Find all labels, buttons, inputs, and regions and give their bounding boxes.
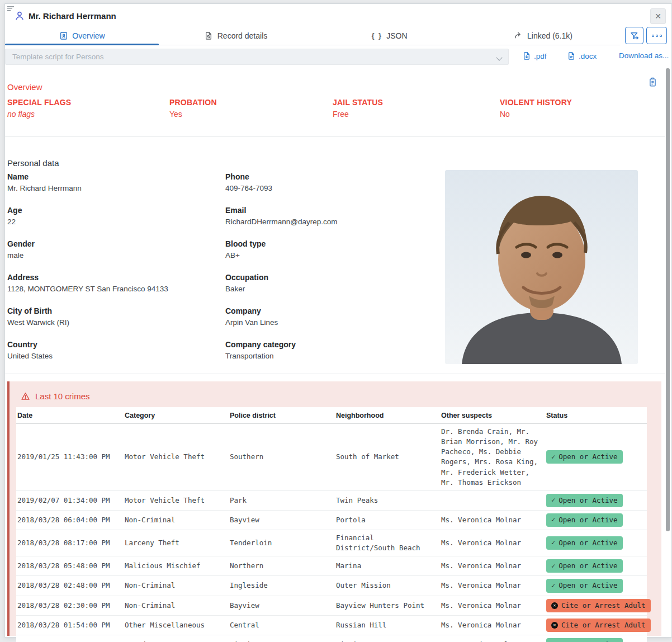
crime-cell-category: Non-Criminal [124, 596, 229, 615]
vertical-scrollbar-thumb[interactable] [666, 68, 670, 531]
crime-cell-neighborhood: Russian Hill [335, 615, 440, 635]
template-script-select[interactable]: Template script for Persons [5, 49, 509, 65]
flag-special-flags: SPECIAL FLAGSno flags [7, 98, 71, 119]
field-label: Company category [225, 339, 432, 350]
field-value: 22 [7, 217, 214, 227]
check-icon: ✓ [551, 538, 555, 547]
crime-row: 2018/03/28 05:48:00 PMMalicious Mischief… [16, 556, 647, 576]
close-button[interactable]: ✕ [650, 8, 666, 24]
document-search-icon [204, 31, 214, 40]
check-icon: ✓ [551, 561, 555, 571]
flag-value: No [500, 110, 572, 119]
field-value: RichardDHerrmann@dayrep.com [225, 217, 432, 227]
crime-row: 2018/03/28 02:48:00 PMNon-CriminalIngles… [16, 576, 647, 596]
person-icon [14, 10, 25, 21]
flag-label: JAIL STATUS [333, 98, 383, 107]
check-icon: ✓ [551, 640, 555, 642]
field-label: Gender [7, 239, 214, 249]
ellipsis-icon [652, 35, 662, 37]
template-toolbar: Template script for Persons .pdf .docx D… [5, 49, 671, 65]
tab-json[interactable]: { } JSON [313, 26, 466, 45]
field-label: Blood type [225, 239, 432, 249]
crime-cell-suspects [440, 490, 545, 510]
dialog-titlebar: Mr. Richard Herrmann ✕ [5, 4, 671, 26]
field-label: Name [7, 172, 214, 182]
crime-cell-neighborhood: Marina [335, 556, 440, 576]
status-label: Cite or Arrest Adult [561, 601, 646, 611]
crime-row: 2018/03/28 02:30:00 PMNon-CriminalBayvie… [16, 596, 647, 615]
crime-cell-neighborhood: Bayview Hunters Point [335, 596, 440, 615]
id-card-icon [59, 31, 68, 40]
crime-cell-status: ✓Open or Active [545, 556, 647, 576]
crime-cell-status: ✕Cite or Arrest Adult [545, 615, 647, 635]
field-value: Mr. Richard Herrmann [7, 183, 214, 193]
last-crimes-panel: Last 10 crimes DateCategoryPolice distri… [7, 381, 661, 636]
field-label: Email [225, 205, 432, 215]
field-occupation: OccupationBaker [225, 272, 432, 294]
docx-file-icon [567, 51, 576, 60]
template-script-placeholder: Template script for Persons [12, 53, 104, 61]
crime-cell-date: 2018/03/28 01:54:00 PM [16, 615, 124, 635]
crime-cell-status: ✓Open or Active [545, 576, 647, 596]
check-icon: ✓ [551, 581, 555, 591]
status-label: Cite or Arrest Adult [561, 620, 646, 630]
filter-icon [630, 31, 640, 41]
crime-cell-status: ✓Open or Active [545, 424, 647, 491]
status-badge: ✓Open or Active [546, 579, 623, 592]
tab-linked-label: Linked (6.1k) [527, 31, 572, 40]
crime-cell-suspects: Dr. Brenda Crain, Mr. Brian Morrison, Mr… [440, 424, 545, 491]
crimes-table: DateCategoryPolice districtNeighborhoodO… [16, 407, 647, 642]
crime-cell-category: Motor Vehicle Theft [124, 424, 229, 491]
crime-cell-district: Central [229, 615, 335, 635]
crime-cell-category: Fraud [124, 635, 229, 642]
crimes-heading-label: Last 10 crimes [35, 391, 90, 401]
crime-cell-neighborhood: Mission [335, 635, 440, 642]
person-record-dialog: Mr. Richard Herrmann ✕ Overview [4, 3, 672, 638]
copy-overview-button[interactable] [647, 77, 658, 88]
crime-cell-category: Larceny Theft [124, 530, 229, 556]
field-value: 1128, MONTGOMERY ST San Francisco 94133 [7, 284, 214, 294]
field-value: AB+ [225, 251, 432, 261]
column-header-category: Category [124, 407, 229, 424]
crime-cell-district: Northern [229, 556, 335, 576]
download-as-link[interactable]: Download as... [619, 51, 669, 60]
field-name: NameMr. Richard Herrmann [7, 172, 214, 193]
download-pdf-link[interactable]: .pdf [522, 51, 547, 60]
status-label: Open or Active [559, 580, 617, 591]
tab-overview[interactable]: Overview [5, 26, 159, 45]
tab-linked[interactable]: Linked (6.1k) [466, 26, 620, 45]
crime-cell-suspects: Ms. Veronica Molnar [440, 556, 545, 576]
download-docx-link[interactable]: .docx [567, 51, 597, 60]
field-label: Country [7, 339, 214, 350]
column-header-date: Date [16, 407, 124, 424]
tab-json-label: JSON [386, 31, 407, 40]
crime-cell-neighborhood: Twin Peaks [335, 490, 440, 510]
x-circle-icon: ✕ [551, 602, 558, 609]
crime-cell-neighborhood: Portola [335, 510, 440, 530]
clipboard-icon [647, 77, 658, 88]
person-photo [445, 170, 638, 364]
check-icon: ✓ [551, 452, 555, 462]
crime-cell-date: 2018/03/28 02:30:00 PM [16, 596, 124, 615]
divider [5, 136, 665, 137]
status-badge: ✕Cite or Arrest Adult [546, 599, 651, 612]
tab-record-details[interactable]: Record details [159, 26, 313, 45]
crime-cell-neighborhood: Outer Mission [335, 576, 440, 596]
crime-cell-district: Park [229, 490, 335, 510]
crime-cell-category: Malicious Mischief [124, 556, 229, 576]
flag-probation: PROBATIONYes [169, 98, 217, 119]
crime-cell-date: 2019/01/25 11:43:00 PM [16, 424, 124, 491]
field-gender: Gendermale [7, 239, 214, 261]
crime-row: 2018/03/28 01:54:00 PMOther Miscellaneou… [16, 615, 647, 635]
crime-cell-district: Mission [229, 635, 335, 642]
more-options-button[interactable] [646, 27, 667, 44]
flags-row: SPECIAL FLAGSno flagsPROBATIONYesJAIL ST… [5, 98, 671, 125]
field-company-category: Company categoryTransportation [225, 339, 432, 361]
filter-share-button[interactable] [625, 27, 643, 44]
crime-cell-category: Motor Vehicle Theft [124, 490, 229, 510]
download-as-label: Download as... [619, 51, 669, 60]
crimes-heading: Last 10 crimes [21, 391, 90, 401]
crime-cell-status: ✓Open or Active [545, 530, 647, 556]
crime-cell-district: Bayview [229, 596, 335, 615]
crime-cell-suspects: Ms. Veronica Molnar [440, 615, 545, 635]
